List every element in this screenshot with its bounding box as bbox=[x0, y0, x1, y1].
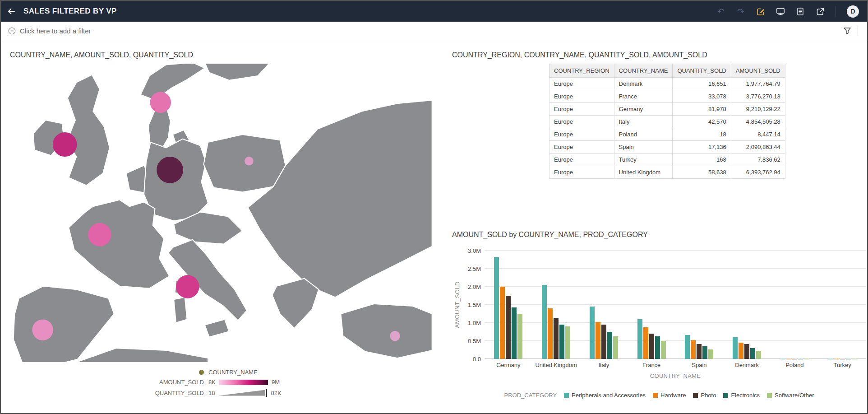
bar[interactable] bbox=[506, 296, 511, 359]
table-cell[interactable]: 7,836.62 bbox=[731, 154, 785, 166]
bar[interactable] bbox=[601, 325, 606, 359]
column-header[interactable]: AMOUNT_SOLD bbox=[731, 64, 785, 78]
table-cell[interactable]: 4,854,505.28 bbox=[731, 116, 785, 128]
table-row[interactable]: EuropeUnited Kingdom58,6386,393,762.94 bbox=[549, 166, 785, 179]
bar[interactable] bbox=[685, 335, 690, 359]
table-cell[interactable]: Europe bbox=[549, 166, 614, 179]
legend-item[interactable]: Electronics bbox=[723, 392, 760, 399]
bar[interactable] bbox=[512, 307, 517, 359]
table-cell[interactable]: Europe bbox=[549, 128, 614, 141]
bar[interactable] bbox=[590, 307, 595, 359]
bar[interactable] bbox=[548, 308, 553, 359]
table-cell[interactable]: Europe bbox=[549, 103, 614, 116]
bar[interactable] bbox=[661, 341, 666, 359]
ramp-handle[interactable] bbox=[266, 389, 267, 397]
bar[interactable] bbox=[637, 319, 642, 359]
bar[interactable] bbox=[559, 325, 564, 359]
export-icon[interactable] bbox=[816, 7, 825, 16]
column-header[interactable]: COUNTRY_NAME bbox=[614, 64, 673, 78]
table-cell[interactable]: Europe bbox=[549, 90, 614, 103]
bar[interactable] bbox=[655, 336, 660, 359]
table-cell[interactable]: France bbox=[614, 90, 673, 103]
map-bubble-italy[interactable] bbox=[176, 275, 199, 298]
legend-item[interactable]: Hardware bbox=[653, 392, 686, 399]
table-cell[interactable]: Poland bbox=[614, 128, 673, 141]
table-cell[interactable]: 58,638 bbox=[673, 166, 731, 179]
table-row[interactable]: EuropeGermany81,9789,210,129.22 bbox=[549, 103, 785, 116]
bar[interactable] bbox=[565, 326, 570, 359]
table-cell[interactable]: 16,651 bbox=[673, 78, 731, 90]
bar[interactable] bbox=[744, 344, 749, 359]
table-cell[interactable]: Turkey bbox=[614, 154, 673, 166]
undo-icon[interactable]: ↶ bbox=[716, 7, 725, 16]
refresh-data-icon[interactable] bbox=[776, 7, 785, 16]
table-cell[interactable]: Germany bbox=[614, 103, 673, 116]
redo-icon[interactable]: ↷ bbox=[736, 7, 745, 16]
bar[interactable] bbox=[691, 340, 696, 359]
column-header[interactable]: QUANTITY_SOLD bbox=[673, 64, 731, 78]
legend-item[interactable]: Software/Other bbox=[767, 392, 814, 399]
bar[interactable] bbox=[607, 332, 612, 359]
table-cell[interactable]: 1,977,764.79 bbox=[731, 78, 785, 90]
filter-funnel-icon[interactable] bbox=[843, 27, 851, 35]
map-bubble-spain[interactable] bbox=[32, 319, 53, 340]
table-cell[interactable]: 8,447.14 bbox=[731, 128, 785, 141]
table-cell[interactable]: 9,210,129.22 bbox=[731, 103, 785, 116]
table-row[interactable]: EuropeSpain17,1362,090,863.44 bbox=[549, 141, 785, 154]
user-avatar[interactable]: D bbox=[847, 5, 859, 18]
amount-color-gradient[interactable] bbox=[219, 380, 268, 385]
bar[interactable] bbox=[739, 343, 743, 359]
bar[interactable] bbox=[750, 348, 755, 359]
bar[interactable] bbox=[756, 351, 761, 359]
back-button[interactable] bbox=[1, 1, 22, 22]
table-cell[interactable]: 42,570 bbox=[673, 116, 731, 128]
map-bubble-france[interactable] bbox=[88, 223, 111, 246]
table-row[interactable]: EuropeFrance33,0783,776,270.13 bbox=[549, 90, 785, 103]
bar[interactable] bbox=[494, 257, 499, 359]
table-cell[interactable]: 2,090,863.44 bbox=[731, 141, 785, 154]
table-row[interactable]: EuropeItaly42,5704,854,505.28 bbox=[549, 116, 785, 128]
table-cell[interactable]: United Kingdom bbox=[614, 166, 673, 179]
table-cell[interactable]: Europe bbox=[549, 154, 614, 166]
legend-item[interactable]: Photo bbox=[693, 392, 716, 399]
map-bubble-united-kingdom[interactable] bbox=[53, 132, 77, 157]
edit-icon[interactable] bbox=[756, 7, 765, 16]
bar[interactable] bbox=[708, 349, 713, 359]
map-bubble-poland[interactable] bbox=[245, 157, 254, 166]
bar[interactable] bbox=[613, 336, 618, 359]
map-bubble-germany[interactable] bbox=[157, 157, 183, 183]
bar[interactable] bbox=[596, 322, 600, 359]
table-cell[interactable]: Europe bbox=[549, 78, 614, 90]
table-cell[interactable]: Italy bbox=[614, 116, 673, 128]
table-cell[interactable]: Europe bbox=[549, 141, 614, 154]
bar[interactable] bbox=[517, 314, 522, 359]
table-cell[interactable]: 33,078 bbox=[673, 90, 731, 103]
europe-map[interactable] bbox=[10, 64, 432, 363]
bar[interactable] bbox=[643, 327, 648, 359]
add-filter-button[interactable]: Click here to add a filter bbox=[8, 27, 91, 35]
bar[interactable] bbox=[697, 344, 702, 359]
table-cell[interactable]: 168 bbox=[673, 154, 731, 166]
table-row[interactable]: EuropePoland188,447.14 bbox=[549, 128, 785, 141]
table-cell[interactable]: 3,776,270.13 bbox=[731, 90, 785, 103]
bar[interactable] bbox=[500, 287, 505, 359]
bar[interactable] bbox=[649, 334, 654, 359]
table-cell[interactable]: Europe bbox=[549, 116, 614, 128]
table-cell[interactable]: Denmark bbox=[614, 78, 673, 90]
legend-item[interactable]: Peripherals and Accessories bbox=[564, 392, 646, 399]
bar[interactable] bbox=[702, 346, 707, 359]
bar[interactable] bbox=[733, 337, 738, 359]
quantity-size-ramp[interactable] bbox=[218, 390, 265, 396]
map-bubble-turkey[interactable] bbox=[390, 331, 400, 341]
table-row[interactable]: EuropeTurkey1687,836.62 bbox=[549, 154, 785, 166]
bar[interactable] bbox=[542, 285, 547, 359]
bar[interactable] bbox=[554, 318, 559, 359]
table-cell[interactable]: 18 bbox=[673, 128, 731, 141]
table-cell[interactable]: 6,393,762.94 bbox=[731, 166, 785, 179]
table-cell[interactable]: 17,136 bbox=[673, 141, 731, 154]
map-bubble-denmark[interactable] bbox=[150, 92, 171, 113]
column-header[interactable]: COUNTRY_REGION bbox=[549, 64, 614, 78]
table-row[interactable]: EuropeDenmark16,6511,977,764.79 bbox=[549, 78, 785, 90]
notes-icon[interactable] bbox=[796, 7, 805, 16]
table-cell[interactable]: Spain bbox=[614, 141, 673, 154]
